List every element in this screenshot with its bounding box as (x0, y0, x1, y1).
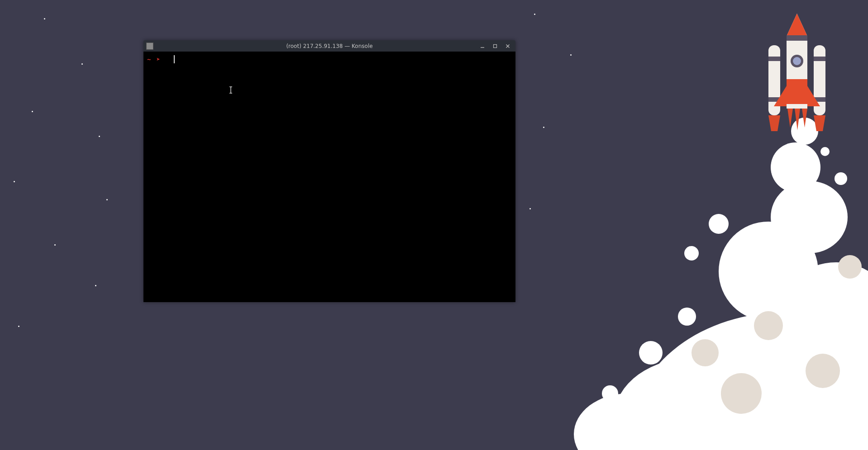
prompt-line: ~ ➤ (147, 55, 512, 63)
svg-point-11 (820, 147, 830, 156)
svg-point-13 (678, 308, 696, 326)
svg-marker-37 (795, 109, 800, 130)
star (99, 136, 100, 137)
star (44, 18, 45, 19)
svg-marker-29 (814, 115, 825, 131)
star (32, 111, 33, 112)
star (529, 208, 531, 209)
window-titlebar[interactable]: (root) 217.25.91.138 — Konsole (143, 40, 515, 52)
mouse-ibeam-cursor (229, 86, 233, 95)
svg-point-15 (602, 385, 618, 402)
svg-point-1 (615, 357, 777, 450)
svg-point-5 (771, 181, 848, 253)
star (54, 244, 56, 246)
svg-point-6 (771, 142, 820, 192)
svg-point-3 (777, 262, 868, 371)
svg-rect-27 (814, 57, 825, 61)
svg-marker-36 (787, 109, 793, 128)
star (81, 63, 83, 65)
svg-point-21 (754, 311, 783, 340)
star (106, 199, 108, 200)
text-cursor (174, 55, 175, 63)
svg-rect-26 (814, 45, 825, 115)
konsole-window[interactable]: (root) 217.25.91.138 — Konsole ~ ➤ (143, 40, 515, 302)
svg-rect-23 (768, 57, 780, 61)
svg-point-8 (709, 214, 729, 234)
svg-marker-25 (768, 115, 780, 131)
svg-point-20 (838, 255, 862, 279)
svg-point-17 (721, 373, 762, 414)
svg-point-19 (692, 339, 719, 366)
svg-point-9 (684, 246, 699, 261)
svg-point-4 (719, 222, 818, 321)
svg-rect-28 (814, 97, 825, 102)
svg-rect-30 (787, 35, 807, 41)
svg-point-14 (639, 341, 663, 365)
svg-rect-22 (768, 45, 780, 115)
window-title: (root) 217.25.91.138 — Konsole (143, 43, 515, 49)
svg-point-12 (729, 277, 754, 302)
svg-marker-35 (807, 86, 820, 106)
svg-marker-38 (802, 109, 807, 128)
prompt-arrow-icon: ➤ (156, 56, 160, 63)
wallpaper-rocket-illustration (515, 0, 868, 450)
star (14, 181, 15, 182)
svg-point-0 (633, 312, 868, 450)
svg-point-16 (577, 415, 597, 435)
svg-rect-31 (787, 79, 807, 104)
svg-point-7 (791, 118, 818, 145)
prompt-cwd: ~ (147, 56, 151, 63)
svg-rect-24 (768, 97, 780, 102)
star (18, 326, 19, 327)
svg-point-33 (793, 57, 801, 65)
svg-marker-34 (774, 86, 787, 106)
star (95, 285, 96, 286)
terminal-body[interactable]: ~ ➤ (143, 52, 515, 302)
star (543, 127, 544, 128)
svg-point-10 (835, 172, 847, 185)
svg-point-2 (574, 393, 682, 450)
svg-point-18 (806, 354, 840, 388)
svg-point-32 (791, 55, 803, 67)
star (534, 14, 535, 15)
star (570, 54, 572, 56)
